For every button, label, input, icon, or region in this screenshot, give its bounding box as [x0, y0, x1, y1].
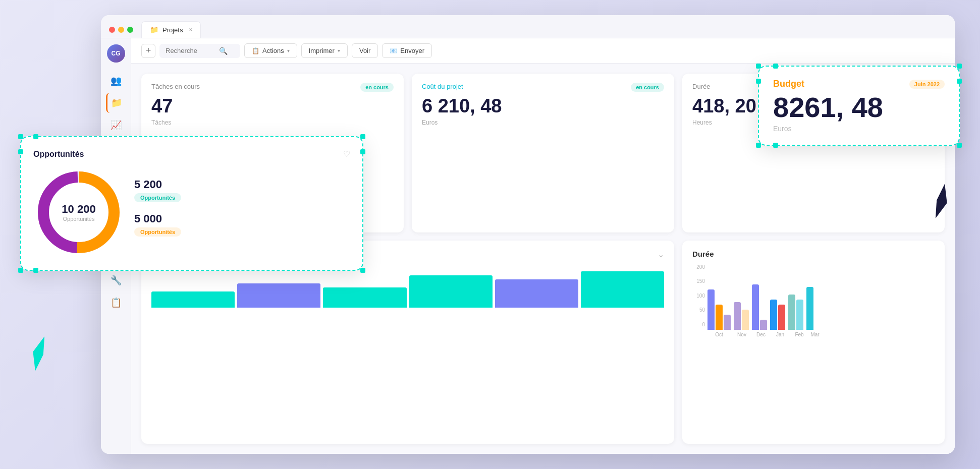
- y-label-100: 100: [692, 293, 705, 299]
- handle-bl: [18, 268, 23, 273]
- close-button[interactable]: [109, 27, 115, 33]
- bar-nov-2: [742, 310, 749, 330]
- duree-chart-header: Durée: [692, 250, 935, 258]
- toolbar: + 🔍 📋 Actions ▾ Imprimer ▾ Voir: [131, 38, 955, 64]
- maximize-button[interactable]: [127, 27, 133, 33]
- handle-tr: [360, 134, 365, 139]
- budget-handle-bl: [756, 143, 761, 148]
- y-label-200: 200: [692, 264, 705, 270]
- svg-marker-3: [23, 336, 57, 371]
- search-input[interactable]: [166, 47, 216, 54]
- legend-badge-1: Opportunités: [134, 193, 181, 202]
- chart-group-dec: [752, 284, 767, 330]
- cout-badge: en cours: [631, 83, 664, 92]
- budget-collapse-icon[interactable]: ⌄: [658, 250, 664, 259]
- add-button[interactable]: +: [141, 44, 155, 58]
- search-box[interactable]: 🔍: [159, 44, 240, 58]
- budget-handle-tr: [957, 64, 962, 69]
- budget-widget-header: Budget Juin 2022: [773, 79, 945, 89]
- x-label-feb: Feb: [791, 332, 807, 337]
- bar-oct-3: [724, 315, 731, 330]
- budget-card: Budget ⌄: [141, 241, 674, 444]
- legend-item-2: 5 000 Opportunités: [134, 212, 350, 237]
- bar-jan-1: [770, 300, 777, 330]
- send-icon: 📧: [390, 47, 397, 54]
- donut-chart: 10 200 Opportunités: [33, 167, 124, 258]
- sidebar-item-settings[interactable]: 🔧: [106, 270, 126, 290]
- search-icon: 🔍: [219, 47, 228, 55]
- sidebar-item-analytics[interactable]: 📈: [106, 115, 126, 135]
- handle-br: [360, 268, 365, 273]
- chart-group-feb: [788, 295, 803, 330]
- sidebar-item-users[interactable]: 👥: [106, 71, 126, 91]
- y-label-150: 150: [692, 278, 705, 284]
- actions-icon: 📋: [252, 47, 259, 54]
- x-label-nov: Nov: [734, 332, 750, 337]
- print-label: Imprimer: [309, 47, 335, 54]
- bar-nov-1: [734, 302, 741, 330]
- actions-button[interactable]: 📋 Actions ▾: [244, 43, 297, 58]
- users-icon: 👥: [111, 75, 122, 86]
- chart-group-jan: [770, 300, 785, 330]
- handle-ml: [18, 149, 23, 154]
- opportunites-body: 10 200 Opportunités 5 200 Opportunités 5…: [33, 167, 350, 258]
- send-label: Envoyer: [400, 47, 424, 54]
- legend-value-1: 5 200: [134, 178, 350, 191]
- chart-group-nov: [734, 302, 749, 330]
- heart-icon: ♡: [343, 149, 350, 159]
- taches-title: Tâches en cours: [151, 83, 200, 90]
- cursor-bottom-left: [23, 336, 58, 373]
- legend-area: 5 200 Opportunités 5 000 Opportunités: [134, 178, 350, 247]
- taches-value: 47: [151, 96, 394, 117]
- budget-bar-4: [409, 275, 493, 308]
- bar-jan-2: [778, 305, 785, 330]
- duree-chart-card: Durée 0 50 100 150 200: [682, 241, 945, 444]
- plus-icon: +: [146, 45, 151, 56]
- duree-title: Durée: [692, 83, 710, 90]
- donut-label: Opportunités: [62, 216, 95, 222]
- budget-bar-1: [151, 291, 235, 308]
- send-button[interactable]: 📧 Envoyer: [382, 43, 432, 58]
- cout-title: Coût du projet: [422, 83, 463, 90]
- budget-handle-br: [957, 143, 962, 148]
- minimize-button[interactable]: [118, 27, 124, 33]
- cout-value: 6 210, 48: [422, 96, 664, 117]
- x-label-oct: Oct: [707, 332, 731, 337]
- browser-tab[interactable]: 📁 Projets ×: [141, 21, 201, 38]
- folder-icon: 📁: [111, 97, 122, 108]
- tab-close-icon[interactable]: ×: [189, 26, 192, 33]
- browser-titlebar: 📁 Projets ×: [101, 15, 955, 38]
- taches-subtitle: Tâches: [151, 119, 394, 126]
- sidebar-item-list[interactable]: 📋: [106, 292, 126, 313]
- handle-bc: [33, 268, 38, 273]
- print-button[interactable]: Imprimer ▾: [301, 43, 348, 58]
- donut-center: 10 200 Opportunités: [62, 203, 95, 222]
- opportunites-title: Opportunités: [33, 150, 84, 159]
- handle-tc: [33, 134, 38, 139]
- cout-subtitle: Euros: [422, 119, 664, 126]
- traffic-lights: [109, 27, 133, 33]
- actions-label: Actions: [262, 47, 284, 54]
- opportunites-widget: Opportunités ♡ 10 200 Opportunités 5 200…: [20, 136, 363, 271]
- bar-feb-1: [788, 295, 795, 330]
- legend-badge-2: Opportunités: [134, 227, 181, 237]
- x-label-jan: Jan: [772, 332, 788, 337]
- y-label-0: 0: [692, 322, 705, 327]
- tab-label: Projets: [162, 26, 183, 34]
- bar-mar-1: [806, 287, 813, 330]
- legend-item-1: 5 200 Opportunités: [134, 178, 350, 202]
- budget-bar-2: [237, 283, 320, 308]
- sidebar-item-projects[interactable]: 📁: [106, 93, 126, 113]
- chart-group-mar: [806, 287, 813, 330]
- taches-badge: en cours: [360, 83, 394, 92]
- budget-handle-tl: [756, 64, 761, 69]
- chevron-down-icon: ▾: [287, 48, 290, 53]
- budget-handle-mr: [957, 79, 962, 84]
- chart-group-oct: [707, 289, 731, 330]
- settings-icon: 🔧: [111, 275, 122, 286]
- legend-value-2: 5 000: [134, 212, 350, 225]
- x-label-dec: Dec: [753, 332, 769, 337]
- print-chevron-icon: ▾: [338, 48, 340, 53]
- budget-widget-value: 8261, 48: [773, 93, 945, 122]
- view-button[interactable]: Voir: [352, 43, 378, 58]
